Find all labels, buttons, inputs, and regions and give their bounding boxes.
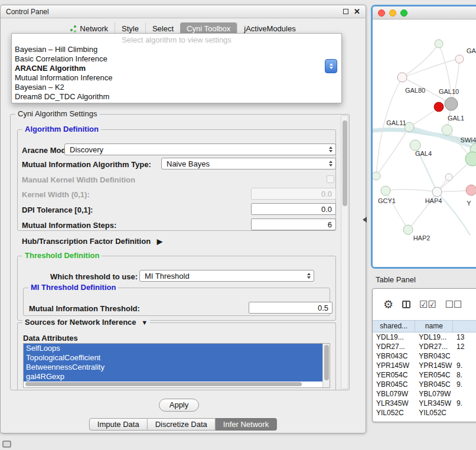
network-node-hap2[interactable] <box>403 225 413 234</box>
bottom-tab-discretize-data[interactable]: Discretize Data <box>148 418 216 431</box>
gear-icon[interactable]: ⚙ <box>383 300 393 309</box>
network-node[interactable] <box>373 172 380 180</box>
algorithm-option-mutual-information-inference[interactable]: Mutual Information Inference <box>12 73 341 83</box>
algorithm-option-dream8-dc-tdc-algorithm[interactable]: Dream8 DC_TDC Algorithm <box>12 92 341 102</box>
network-edge <box>409 107 439 127</box>
network-edge <box>402 44 439 77</box>
algorithm-option-aracne-algorithm[interactable]: ARACNE Algorithm <box>12 64 341 73</box>
attribute-item-selfloops[interactable]: SelfLoops <box>24 344 322 353</box>
expand-right-icon[interactable]: ▶ <box>157 237 162 246</box>
mi-algorithm-type-select[interactable]: Naive Bayes <box>161 158 336 169</box>
network-node-label: HAP2 <box>413 234 431 242</box>
table-cell <box>453 408 476 418</box>
attribute-item-topologicalcoefficient[interactable]: TopologicalCoefficient <box>24 353 322 363</box>
select-all-icon[interactable]: ☑☑ <box>419 300 436 309</box>
apply-button[interactable]: Apply <box>159 399 199 412</box>
close-button[interactable] <box>378 9 385 17</box>
network-node[interactable] <box>455 55 464 63</box>
settings-scrollbar-thumb[interactable] <box>343 120 347 206</box>
network-window-titlebar[interactable] <box>373 6 476 19</box>
mi-threshold-field[interactable] <box>249 302 332 314</box>
close-icon[interactable]: ✕ <box>354 8 360 15</box>
list-horizontal-scrollbar-thumb[interactable] <box>25 382 302 386</box>
bottom-tab-impute-data[interactable]: Impute Data <box>89 418 148 431</box>
network-tab-icon <box>70 25 77 32</box>
column-header-shared[interactable]: shared... <box>373 321 415 332</box>
network-node-label: Y <box>467 200 471 207</box>
algorithm-option-basic-correlation-inference[interactable]: Basic Correlation Inference <box>12 54 341 64</box>
table-panel-label: Table Panel <box>376 275 416 284</box>
manual-kernel-label: Manual Kernel Width Definition <box>22 175 135 184</box>
splitter-grip[interactable] <box>363 217 367 223</box>
network-node[interactable] <box>445 174 452 181</box>
mi-threshold-title: MI Threshold Definition <box>28 283 118 292</box>
network-node-gal1[interactable] <box>442 125 452 135</box>
network-node-gal10[interactable] <box>445 97 458 110</box>
collapse-down-icon[interactable]: ▼ <box>141 319 148 326</box>
table-cell: YIL052C <box>415 408 453 418</box>
float-window-icon[interactable] <box>343 9 348 14</box>
tab-label: Style <box>122 24 139 33</box>
open-combo-stepper[interactable] <box>325 59 337 73</box>
attribute-item-betweennesscentrality[interactable]: BetweennessCentrality <box>24 363 322 372</box>
network-node-label: SWI4 <box>461 136 476 144</box>
network-node-gal4[interactable] <box>410 140 420 151</box>
minimize-button[interactable] <box>389 9 396 17</box>
sources-group-header[interactable]: Sources for Network Inference ▼ <box>22 318 150 327</box>
table-row[interactable]: YPR145WYPR145W9. <box>373 361 476 370</box>
hub-definition-label: Hub/Transcription Factor Definition <box>22 237 151 246</box>
control-panel-title: Control Panel <box>6 8 49 16</box>
bottom-tab-infer-network[interactable]: Infer Network <box>216 418 277 431</box>
mi-algorithm-type-label: Mutual Information Algorithm Type: <box>22 160 151 169</box>
which-threshold-label: Which threshold to use: <box>50 272 138 281</box>
settings-scrollbar[interactable] <box>341 115 348 389</box>
table-row[interactable]: YBL079WYBL079W <box>373 389 476 399</box>
column-header-name[interactable]: name <box>415 321 453 332</box>
network-node-gcy1[interactable] <box>381 186 390 195</box>
table-row[interactable]: YBR045CYBR045C9. <box>373 380 476 389</box>
dpi-tolerance-field[interactable] <box>251 203 336 215</box>
attribute-item-gal4rgexp[interactable]: gal4RGexp <box>24 372 322 381</box>
network-node-red[interactable] <box>434 102 444 112</box>
table-row[interactable]: YER054CYER054C8. <box>373 370 476 380</box>
attributes-listbox[interactable]: SelfLoopsTopologicalCoefficientBetweenne… <box>23 343 330 388</box>
tab-label: Select <box>152 24 174 33</box>
table-cell: YLR345W <box>373 399 415 408</box>
network-node-pink[interactable] <box>466 185 476 195</box>
table-cell: YDL19... <box>415 332 453 342</box>
table-cell: YDR27... <box>415 342 453 351</box>
table-row[interactable]: YLR345WYLR345W9. <box>373 399 476 408</box>
tab-label: Network <box>80 24 108 33</box>
table-cell <box>453 389 476 399</box>
algorithm-option-bayesian-hill-climbing[interactable]: Bayesian – Hill Climbing <box>12 45 341 54</box>
network-node-label: HAP4 <box>425 197 442 204</box>
table-row[interactable]: YDL19...YDL19...13 <box>373 332 476 342</box>
control-panel-window: Control Panel ✕ NetworkStyleSelectCyni T… <box>0 5 366 433</box>
network-edge <box>376 77 402 176</box>
network-edge <box>402 59 459 77</box>
list-scrollbar[interactable] <box>322 344 330 387</box>
table-row[interactable]: YDR27...YDR27...12 <box>373 342 476 351</box>
network-node[interactable] <box>435 40 443 48</box>
deselect-all-icon[interactable]: ☐☐ <box>445 300 462 309</box>
table-panel-window: ⚙ ☑☑ ☐☐ shared...name YDL19...YDL19...13… <box>372 288 476 422</box>
aracne-mode-select[interactable]: Discovery <box>64 144 336 155</box>
network-edge <box>451 59 459 104</box>
show-panel-icon[interactable] <box>2 441 11 448</box>
algorithm-option-bayesian-k2[interactable]: Bayesian – K2 <box>12 83 341 92</box>
hub-definition-toggle[interactable]: Hub/Transcription Factor Definition ▶ <box>22 237 162 246</box>
column-header-extra[interactable] <box>453 321 476 332</box>
list-scrollbar-thumb[interactable] <box>324 345 329 380</box>
table-row[interactable]: YBR043CYBR043C <box>373 351 476 361</box>
which-threshold-select[interactable]: MI Threshold <box>139 270 314 282</box>
table-row[interactable]: YIL052CYIL052C <box>373 408 476 418</box>
network-node-hap4[interactable] <box>432 187 442 197</box>
zoom-button[interactable] <box>400 9 407 17</box>
attributes-list: SelfLoopsTopologicalCoefficientBetweenne… <box>24 344 330 381</box>
control-panel-titlebar[interactable]: Control Panel ✕ <box>1 5 366 18</box>
network-canvas[interactable]: GALGAL80GAL10GAL11GAL1SWI4GAL4GCY1HAP4HA… <box>373 19 476 267</box>
mi-steps-field[interactable] <box>251 219 336 230</box>
columns-icon[interactable] <box>402 301 410 308</box>
table-cell: YDR27... <box>373 342 415 351</box>
network-node-gal80[interactable] <box>397 73 407 82</box>
